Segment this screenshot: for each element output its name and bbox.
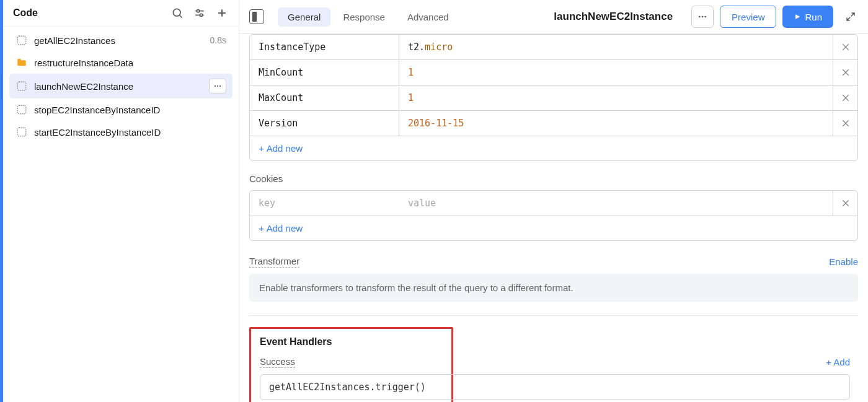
delete-icon[interactable] (833, 85, 857, 110)
expand-icon[interactable] (843, 9, 858, 24)
handler-row[interactable]: getAllEC2Instances.trigger() (260, 374, 850, 400)
event-handlers-section: Event Handlers Success + Add getAllEC2In… (249, 327, 453, 402)
plus-icon: + (259, 143, 264, 154)
svg-line-1 (180, 15, 182, 18)
param-value[interactable]: 1 (399, 85, 833, 110)
svg-point-17 (704, 16, 706, 18)
cookies-section: Cookies + Add new (249, 173, 858, 241)
sidebar-item-label: launchNewEC2Instance (34, 81, 203, 92)
param-key[interactable]: Version (250, 111, 399, 136)
delete-icon[interactable] (833, 191, 857, 216)
enable-link[interactable]: Enable (829, 256, 858, 267)
svg-point-11 (217, 85, 218, 87)
cookies-row (250, 191, 857, 216)
folder-icon (16, 56, 28, 69)
svg-rect-13 (17, 105, 26, 114)
more-icon[interactable] (209, 79, 226, 94)
param-value[interactable]: t2.micro (399, 35, 833, 59)
run-button[interactable]: Run (782, 6, 833, 28)
delete-icon[interactable] (833, 111, 857, 136)
svg-point-10 (215, 85, 216, 87)
svg-point-0 (173, 9, 180, 16)
param-value[interactable]: 2016-11-15 (399, 111, 833, 136)
param-key[interactable]: MaxCount (250, 85, 399, 110)
tab-advanced[interactable]: Advanced (397, 7, 459, 27)
svg-point-15 (699, 16, 701, 18)
code-icon (16, 103, 28, 116)
svg-rect-14 (17, 128, 26, 136)
success-header: Success + Add (260, 356, 850, 368)
sidebar-item-launchnewec2instance[interactable]: launchNewEC2Instance (9, 74, 232, 98)
sidebar-list: getAllEC2Instances 0.8s restructureInsta… (3, 27, 239, 402)
sidebar-header: Code (3, 0, 239, 27)
sidebar-item-stopec2instance[interactable]: stopEC2InstanceByInstanceID (9, 98, 232, 121)
svg-point-12 (219, 85, 221, 87)
param-row: InstanceType t2.micro (250, 35, 857, 60)
delete-icon[interactable] (833, 60, 857, 85)
main-panel: General Response Advanced launchNewEC2In… (239, 0, 868, 402)
search-icon[interactable] (170, 6, 184, 20)
param-row: MaxCount 1 (250, 85, 857, 111)
code-icon (16, 80, 28, 92)
settings-sliders-icon[interactable] (193, 6, 206, 20)
add-handler-button[interactable]: + Add (826, 357, 850, 367)
transformer-header: Transformer Enable (249, 256, 858, 268)
add-new-label: Add new (267, 143, 303, 154)
code-icon (16, 34, 28, 46)
svg-point-16 (702, 16, 704, 18)
sidebar-item-label: startEC2InstanceByInstanceID (34, 127, 226, 138)
tab-response[interactable]: Response (333, 7, 395, 27)
sidebar-title: Code (13, 7, 38, 19)
play-icon (794, 13, 801, 20)
tabs: General Response Advanced (278, 7, 459, 27)
sidebar-actions (170, 6, 229, 20)
params-table: InstanceType t2.micro MinCount 1 MaxCoun… (249, 34, 858, 161)
svg-point-5 (200, 14, 202, 16)
sidebar-item-meta: 0.8s (210, 35, 226, 45)
more-button[interactable] (691, 6, 714, 28)
tab-general[interactable]: General (278, 7, 330, 27)
param-row: MinCount 1 (250, 60, 857, 85)
svg-point-4 (197, 10, 199, 12)
delete-icon[interactable] (833, 35, 857, 59)
svg-rect-9 (17, 82, 26, 90)
panel-toggle-icon[interactable] (249, 9, 264, 24)
cookies-table: + Add new (249, 190, 858, 241)
transformer-section: Transformer Enable Enable transformers t… (249, 256, 858, 302)
param-row: Version 2016-11-15 (250, 111, 857, 136)
sidebar-item-startec2instance[interactable]: startEC2InstanceByInstanceID (9, 121, 232, 143)
success-label: Success (260, 356, 295, 368)
cookie-value-input[interactable] (399, 191, 833, 216)
svg-rect-8 (17, 36, 26, 45)
section-divider (249, 315, 858, 316)
event-handlers-title: Event Handlers (260, 336, 443, 347)
sidebar: Code getAllEC2Instances 0.8s restr (3, 0, 239, 402)
cookies-label: Cookies (249, 173, 858, 184)
query-title: launchNewEC2Instance (554, 11, 673, 23)
toolbar: General Response Advanced launchNewEC2In… (239, 0, 868, 34)
transformer-label: Transformer (249, 256, 299, 268)
code-icon (16, 126, 28, 138)
sidebar-item-label: stopEC2InstanceByInstanceID (34, 105, 226, 115)
add-icon[interactable] (215, 6, 229, 20)
cookie-key-input[interactable] (250, 191, 399, 216)
preview-button[interactable]: Preview (720, 6, 776, 28)
param-value[interactable]: 1 (399, 60, 833, 85)
sidebar-item-getallec2instances[interactable]: getAllEC2Instances 0.8s (9, 29, 232, 51)
add-new-label: Add new (267, 223, 303, 234)
add-new-param-button[interactable]: + Add new (250, 136, 857, 160)
sidebar-item-label: restructureInstanceData (34, 58, 226, 68)
run-button-label: Run (805, 12, 822, 22)
param-key[interactable]: InstanceType (250, 35, 399, 59)
sidebar-item-restructureinstancedata[interactable]: restructureInstanceData (9, 51, 232, 74)
param-key[interactable]: MinCount (250, 60, 399, 85)
add-new-cookie-button[interactable]: + Add new (250, 216, 857, 240)
sidebar-item-label: getAllEC2Instances (34, 35, 204, 46)
transformer-description: Enable transformers to transform the res… (249, 274, 858, 302)
content-area: InstanceType t2.micro MinCount 1 MaxCoun… (239, 34, 868, 402)
plus-icon: + (259, 223, 264, 234)
